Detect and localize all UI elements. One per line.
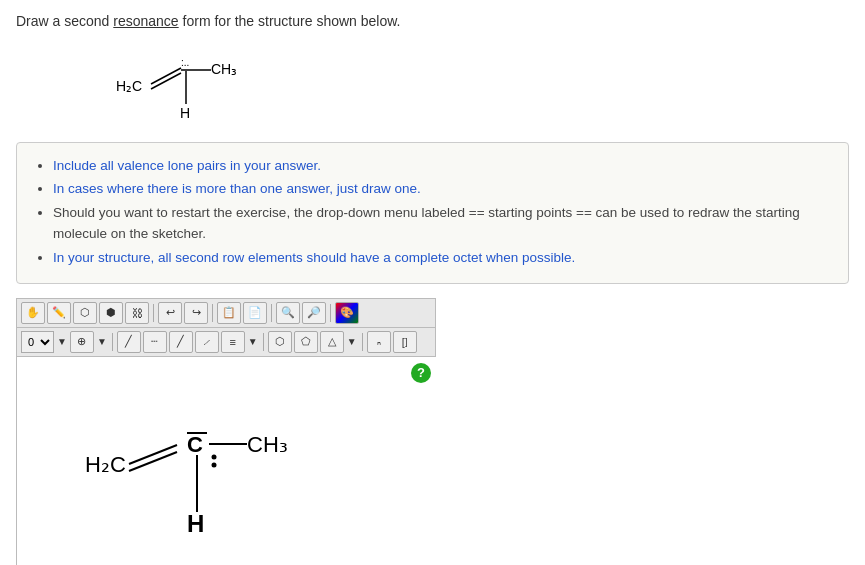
h-label: H	[180, 105, 190, 121]
hint-1: Include all valence lone pairs in your a…	[53, 155, 832, 177]
sketcher-canvas[interactable]: ? H₂C C CH₃ H	[17, 357, 437, 565]
lasso-tool[interactable]: ⬡	[73, 302, 97, 324]
canvas-c: C	[187, 432, 203, 457]
divider4	[330, 304, 331, 322]
divider7	[362, 333, 363, 351]
line-bold-tool[interactable]: ╱	[169, 331, 193, 353]
paste-tool[interactable]: 📄	[243, 302, 267, 324]
line-single-tool[interactable]: ╱	[117, 331, 141, 353]
zero-select[interactable]: 0	[21, 331, 54, 353]
eraser-tool[interactable]: ✏️	[47, 302, 71, 324]
line-arrow: ▼	[248, 336, 258, 347]
divider2	[212, 304, 213, 322]
canvas-h: H	[187, 510, 204, 537]
color-tool[interactable]: 🎨	[335, 302, 359, 324]
plus-btn[interactable]: ⊕	[70, 331, 94, 353]
divider1	[153, 304, 154, 322]
instruction-text: Draw a second resonance form for the str…	[16, 12, 849, 32]
hints-list: Include all valence lone pairs in your a…	[33, 155, 832, 269]
bracket-btn[interactable]: []	[393, 331, 417, 353]
divider3	[271, 304, 272, 322]
undo-tool[interactable]: ↩	[158, 302, 182, 324]
redo-tool[interactable]: ↪	[184, 302, 208, 324]
hint-4: In your structure, all second row elemen…	[53, 247, 832, 269]
canvas-ch3: CH₃	[247, 432, 288, 457]
sketcher-container: ✋ ✏️ ⬡ ⬢ ⛓ ↩ ↪ 📋 📄 🔍 🔎 🎨 0 ▼ ⊕ ▼ ╱ ┄ ╱ ⟋…	[16, 298, 436, 565]
zoom-out-tool[interactable]: 🔎	[302, 302, 326, 324]
problem-molecule: H₂C :.. CH₃ H	[96, 46, 849, 126]
shape-tri-tool[interactable]: △	[320, 331, 344, 353]
hints-box: Include all valence lone pairs in your a…	[16, 142, 849, 284]
select-arrow: ▼	[57, 336, 67, 347]
divider5	[112, 333, 113, 351]
canvas-h2c: H₂C	[85, 452, 126, 477]
hand-tool[interactable]: ✋	[21, 302, 45, 324]
copy-tool[interactable]: 📋	[217, 302, 241, 324]
hint-2: In cases where there is more than one an…	[53, 178, 832, 200]
dots-line-tool[interactable]: ┄	[143, 331, 167, 353]
shape-arrow: ▼	[347, 336, 357, 347]
plus-arrow: ▼	[97, 336, 107, 347]
molecule-svg: H₂C :.. CH₃ H	[96, 46, 296, 126]
resonance-word: resonance	[113, 13, 178, 29]
canvas-molecule-svg: H₂C C CH₃ H	[17, 357, 437, 565]
divider6	[263, 333, 264, 351]
rings-tool[interactable]: ⬢	[99, 302, 123, 324]
line-double-tool[interactable]: ⟋	[195, 331, 219, 353]
subscript-btn[interactable]: ₙ	[367, 331, 391, 353]
toolbar-row2: 0 ▼ ⊕ ▼ ╱ ┄ ╱ ⟋ ≡ ▼ ⬡ ⬠ △ ▼ ₙ []	[17, 328, 435, 357]
ch3-label: CH₃	[211, 61, 237, 77]
hint-3: Should you want to restart the exercise,…	[53, 202, 832, 245]
shape-hex-tool[interactable]: ⬡	[268, 331, 292, 353]
toolbar-row1: ✋ ✏️ ⬡ ⬢ ⛓ ↩ ↪ 📋 📄 🔍 🔎 🎨	[17, 299, 435, 328]
zoom-in-tool[interactable]: 🔍	[276, 302, 300, 324]
shape-pent-tool[interactable]: ⬠	[294, 331, 318, 353]
lone-pair-dots: :..	[181, 57, 189, 68]
chain-tool[interactable]: ⛓	[125, 302, 149, 324]
line-triple-tool[interactable]: ≡	[221, 331, 245, 353]
svg-point-8	[212, 462, 217, 467]
h2c-label: H₂C	[116, 78, 142, 94]
svg-point-7	[212, 454, 217, 459]
